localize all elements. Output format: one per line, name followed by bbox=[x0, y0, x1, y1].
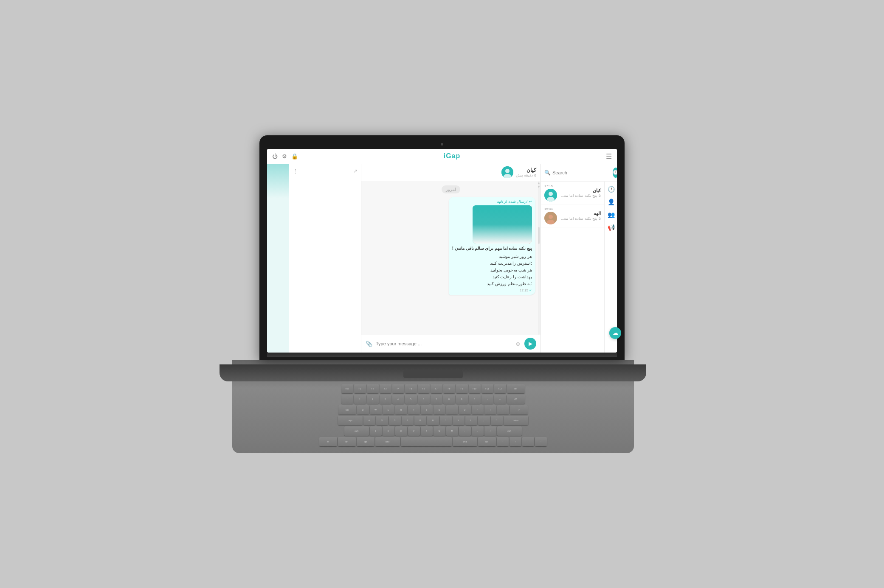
key-return[interactable]: ↵ bbox=[510, 405, 528, 414]
recent-icon-btn[interactable]: 🕐 bbox=[607, 185, 616, 193]
key-f6[interactable]: F6 bbox=[418, 384, 430, 393]
key-g[interactable]: G bbox=[414, 416, 426, 425]
key-n[interactable]: N bbox=[434, 426, 445, 436]
contact-item[interactable]: کیان ۵ پنج نکته ساده اما مه... 17:15 bbox=[541, 182, 604, 204]
key-fn[interactable]: fn bbox=[319, 437, 337, 446]
group-icon-btn[interactable]: 👥 bbox=[607, 210, 616, 219]
key-2[interactable]: 2 bbox=[367, 395, 379, 404]
key-z[interactable]: Z bbox=[370, 426, 382, 436]
key-x[interactable]: X bbox=[383, 426, 394, 436]
key-j[interactable]: J bbox=[440, 416, 452, 425]
key-m[interactable]: M bbox=[446, 426, 458, 436]
key-f8[interactable]: F8 bbox=[443, 384, 455, 393]
key-backspace[interactable]: ⌫ bbox=[507, 395, 525, 404]
key-backtick[interactable]: ` bbox=[341, 395, 353, 404]
key-f2[interactable]: F2 bbox=[367, 384, 379, 393]
key-down[interactable]: ↓ bbox=[522, 437, 534, 446]
announce-icon-btn[interactable]: 📢 bbox=[607, 223, 616, 232]
key-p[interactable]: P bbox=[472, 405, 484, 414]
key-period[interactable]: . bbox=[472, 426, 484, 436]
key-lshift[interactable]: shift bbox=[344, 426, 369, 436]
settings-icon[interactable]: ⚙ bbox=[282, 153, 287, 160]
key-u[interactable]: U bbox=[434, 405, 445, 414]
key-b[interactable]: B bbox=[421, 426, 433, 436]
key-lbracket[interactable]: [ bbox=[484, 405, 496, 414]
key-y[interactable]: Y bbox=[421, 405, 433, 414]
menu-icon[interactable]: ☰ bbox=[606, 152, 612, 160]
key-rbracket[interactable]: ] bbox=[497, 405, 509, 414]
emoji-icon[interactable]: ☺ bbox=[515, 340, 521, 347]
key-up[interactable]: ↑ bbox=[510, 437, 521, 446]
key-rcmd[interactable]: cmd bbox=[453, 437, 477, 446]
key-capslock[interactable]: caps bbox=[338, 416, 363, 425]
key-f10[interactable]: F10 bbox=[469, 384, 481, 393]
touchpad[interactable] bbox=[403, 370, 463, 378]
recent-tab-button[interactable]: 🕐 bbox=[613, 168, 617, 178]
key-comma[interactable]: , bbox=[459, 426, 471, 436]
key-quote[interactable]: ' bbox=[491, 416, 503, 425]
key-f12[interactable]: F12 bbox=[494, 384, 506, 393]
key-esc[interactable]: esc bbox=[341, 384, 353, 393]
more-options-icon[interactable]: ⋮ bbox=[293, 168, 298, 174]
key-f5[interactable]: F5 bbox=[405, 384, 417, 393]
key-f[interactable]: F bbox=[402, 416, 414, 425]
key-a[interactable]: A bbox=[363, 416, 375, 425]
key-lcmd[interactable]: cmd bbox=[375, 437, 400, 446]
key-tab[interactable]: tab bbox=[338, 405, 356, 414]
key-w[interactable]: W bbox=[370, 405, 382, 414]
key-minus[interactable]: - bbox=[481, 395, 493, 404]
key-rshift[interactable]: shift bbox=[497, 426, 522, 436]
key-roption[interactable]: opt bbox=[478, 437, 496, 446]
key-control[interactable]: ctrl bbox=[338, 437, 356, 446]
key-h[interactable]: H bbox=[427, 416, 439, 425]
key-r[interactable]: R bbox=[395, 405, 407, 414]
key-k[interactable]: K bbox=[453, 416, 465, 425]
key-semicolon[interactable]: ; bbox=[478, 416, 490, 425]
key-l[interactable]: L bbox=[465, 416, 477, 425]
key-c[interactable]: C bbox=[395, 426, 407, 436]
power-icon[interactable]: ⏻ bbox=[272, 153, 278, 160]
key-0[interactable]: 0 bbox=[469, 395, 481, 404]
search-input[interactable] bbox=[552, 170, 611, 175]
key-8[interactable]: 8 bbox=[443, 395, 455, 404]
key-f3[interactable]: F3 bbox=[380, 384, 391, 393]
key-f1[interactable]: F1 bbox=[354, 384, 366, 393]
key-5[interactable]: 5 bbox=[405, 395, 417, 404]
message-input[interactable] bbox=[376, 341, 512, 346]
key-slash[interactable]: / bbox=[484, 426, 496, 436]
key-right[interactable]: → bbox=[535, 437, 547, 446]
key-1[interactable]: 1 bbox=[354, 395, 366, 404]
key-f9[interactable]: F9 bbox=[456, 384, 468, 393]
key-left[interactable]: ← bbox=[497, 437, 509, 446]
attach-icon[interactable]: 📎 bbox=[366, 341, 372, 347]
messages-area[interactable]: امروز ↩ ارسال شده از الهه ❤️ پنج نکته سا… bbox=[361, 181, 541, 335]
key-q[interactable]: Q bbox=[357, 405, 369, 414]
key-return2[interactable]: return bbox=[504, 416, 528, 425]
key-4[interactable]: 4 bbox=[392, 395, 404, 404]
contact-item-2[interactable]: الهه ۵ پنج نکته ساده اما مه... 15:44 bbox=[541, 204, 604, 227]
scroll-down-arrow[interactable]: ▼ bbox=[537, 185, 541, 189]
key-f4[interactable]: F4 bbox=[392, 384, 404, 393]
key-e[interactable]: E bbox=[383, 405, 394, 414]
key-option[interactable]: opt bbox=[357, 437, 374, 446]
share-icon[interactable]: ↗ bbox=[353, 168, 358, 174]
person-icon-btn[interactable]: 👤 bbox=[607, 198, 616, 206]
key-d[interactable]: D bbox=[389, 416, 401, 425]
send-button[interactable]: ▶ bbox=[524, 338, 536, 350]
scroll-up-arrow[interactable]: ▲ bbox=[537, 181, 541, 185]
key-7[interactable]: 7 bbox=[431, 395, 442, 404]
lock-icon[interactable]: 🔒 bbox=[291, 153, 298, 160]
key-3[interactable]: 3 bbox=[380, 395, 391, 404]
key-v[interactable]: V bbox=[408, 426, 420, 436]
key-o[interactable]: O bbox=[459, 405, 471, 414]
key-s[interactable]: S bbox=[376, 416, 388, 425]
key-i[interactable]: I bbox=[446, 405, 458, 414]
key-equals[interactable]: = bbox=[494, 395, 506, 404]
key-9[interactable]: 9 bbox=[456, 395, 468, 404]
key-space[interactable] bbox=[401, 437, 452, 446]
key-f11[interactable]: F11 bbox=[481, 384, 493, 393]
fab-button[interactable]: ☁ bbox=[609, 327, 617, 339]
key-6[interactable]: 6 bbox=[418, 395, 430, 404]
key-delete[interactable]: del bbox=[507, 384, 525, 393]
key-f7[interactable]: F7 bbox=[431, 384, 442, 393]
